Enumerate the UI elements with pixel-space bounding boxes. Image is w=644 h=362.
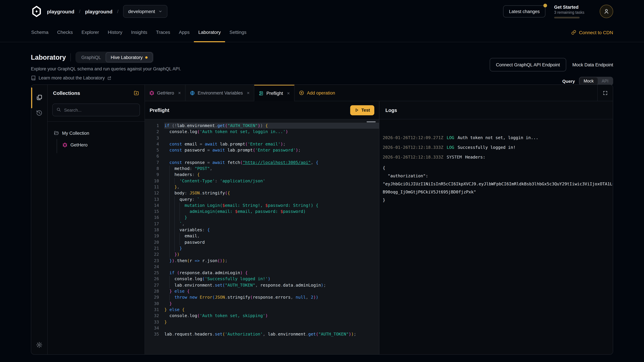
target-selector[interactable]: development [123, 5, 167, 18]
settings-rail-button[interactable] [34, 340, 44, 350]
nav-tab-explorer[interactable]: Explorer [77, 23, 103, 42]
connect-to-cdn-link[interactable]: Connect to CDN [571, 23, 613, 42]
line-number: 2 [145, 129, 164, 135]
line-number: 25 [145, 270, 164, 276]
external-link-icon [108, 76, 112, 80]
app-header: playground / playground / development La… [0, 0, 644, 23]
history-rail-button[interactable] [34, 108, 44, 118]
line-number: 19 [145, 233, 164, 239]
code-line: 26 console.log('Successfully logged in!'… [145, 276, 379, 282]
line-number: 20 [145, 239, 164, 245]
breadcrumb-separator: / [79, 9, 80, 14]
logs-output[interactable]: 2026-01-26T12:12:09.271ZLOGAuth token no… [379, 119, 613, 354]
editor-resize-handle[interactable] [366, 121, 376, 122]
mode-mock-option[interactable]: Mock [580, 77, 598, 85]
code-line: 27 lab.environment.set("AUTH_TOKEN", res… [145, 282, 379, 288]
nav-tab-laboratory[interactable]: Laboratory [194, 23, 225, 42]
mode-api-option[interactable]: API [598, 77, 612, 85]
tab-gethero[interactable]: GetHero× [145, 85, 186, 101]
indent-guide [174, 209, 175, 215]
connect-graphql-endpoint-button[interactable]: Connect GraphQL API Endpoint [490, 58, 566, 71]
line-number: 27 [145, 282, 164, 288]
nav-tab-checks[interactable]: Checks [53, 23, 77, 42]
nav-tab-schema[interactable]: Schema [27, 23, 53, 42]
search-input[interactable] [52, 104, 140, 116]
line-number: 7 [145, 160, 164, 166]
indent-guide [180, 202, 180, 209]
line-number: 11 [145, 184, 164, 190]
line-number: 16 [145, 215, 164, 221]
nav-tab-apps[interactable]: Apps [174, 23, 194, 42]
indent-guide [170, 227, 170, 233]
graphql-icon [149, 90, 154, 95]
breadcrumb-org[interactable]: playground [47, 8, 74, 14]
log-json-line: "eyJhbGciOiJIUzI1NiIsInR5cCI6IkpXVCJ9.ey… [383, 180, 613, 188]
nav-tab-settings[interactable]: Settings [225, 23, 251, 42]
operation-item[interactable]: GetHero [48, 140, 144, 150]
toggle-hive-laboratory[interactable]: Hive Laboratory [106, 52, 153, 62]
code-line: 30 } [145, 301, 379, 307]
logs-panel: Logs 2026-01-26T12:12:09.271ZLOGAuth tok… [379, 101, 613, 354]
indent-guide [170, 166, 170, 172]
log-json-line: } [383, 196, 613, 204]
nav-tab-history[interactable]: History [103, 23, 126, 42]
get-started-widget[interactable]: Get Started 3 remaining tasks [554, 4, 591, 18]
close-icon[interactable]: × [287, 90, 290, 96]
tab-add-operation[interactable]: Add operation [294, 85, 340, 101]
collections-rail-button[interactable] [34, 92, 44, 103]
code-line: 5 const password = await lab.prompt('Ent… [145, 147, 379, 153]
toggle-graphiql[interactable]: GraphiQL [77, 53, 106, 62]
code-line: 7 const response = await fetch("http://l… [145, 160, 379, 166]
log-timestamp: 2026-01-26T12:12:18.333Z [383, 145, 443, 150]
code-line: 21 } [145, 245, 379, 252]
code-line: 24 [145, 264, 379, 270]
new-collection-button[interactable] [134, 90, 139, 96]
nav-tab-insights[interactable]: Insights [127, 23, 152, 42]
collection-folder-item[interactable]: My Collection [48, 128, 144, 138]
indent-guide [170, 178, 170, 184]
person-icon [604, 8, 610, 14]
code-line: 31} else { [145, 307, 379, 313]
user-avatar[interactable] [600, 5, 613, 18]
nav-tab-traces[interactable]: Traces [152, 23, 174, 42]
indent-guide [180, 233, 180, 239]
code-editor[interactable]: 1if (!lab.environment.get("AUTH_TOKEN"))… [145, 119, 379, 354]
indent-guide [170, 184, 170, 190]
collection-name: My Collection [62, 131, 89, 136]
fullscreen-button[interactable] [598, 85, 613, 101]
get-started-subtitle: 3 remaining tasks [554, 10, 591, 14]
line-number: 35 [145, 331, 164, 337]
tab-preflight[interactable]: Preflight× [254, 85, 294, 101]
hive-logo-icon[interactable] [31, 6, 42, 17]
line-number: 30 [145, 301, 164, 307]
collections-title: Collections [53, 90, 80, 96]
line-number: 22 [145, 251, 164, 258]
code-line: 13 query: ` [145, 196, 379, 202]
learn-more-link[interactable]: Learn more about the Laboratory [31, 75, 613, 80]
indent-guide [174, 245, 175, 252]
code-line: 34 [145, 325, 379, 331]
globe-icon [190, 90, 195, 95]
indent-guide [170, 239, 170, 245]
mock-data-endpoint-button[interactable]: Mock Data Endpoint [572, 62, 613, 67]
tab-environment-variables[interactable]: Environment Variables× [186, 85, 254, 101]
code-line: 35lab.request.headers.set('Authorization… [145, 331, 379, 337]
code-line: 2 console.log('Auth token not set, loggi… [145, 129, 379, 135]
line-number: 1 [145, 123, 164, 129]
line-number: 13 [145, 196, 164, 202]
latest-changes-button[interactable]: Latest changes [503, 5, 546, 17]
line-number: 26 [145, 276, 164, 282]
code-line: 11 }, [145, 184, 379, 190]
line-number: 15 [145, 209, 164, 215]
close-icon[interactable]: × [247, 90, 250, 95]
line-number: 29 [145, 295, 164, 301]
close-icon[interactable]: × [178, 90, 181, 95]
test-button[interactable]: Test [350, 105, 374, 115]
indent-guide [170, 233, 170, 239]
collections-sidebar: Collections My Colle [48, 85, 145, 354]
indent-guide [174, 233, 175, 239]
indent-guide [170, 295, 170, 301]
breadcrumb-project[interactable]: playground [85, 8, 112, 14]
log-entry: 2026-01-26T12:12:18.333ZSYSTEMHeaders: [383, 154, 613, 160]
preflight-editor-panel: Preflight Test 1if (!lab.environment.get… [145, 101, 379, 354]
